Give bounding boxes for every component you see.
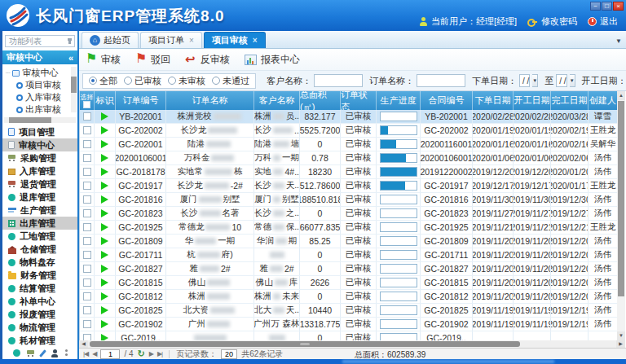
sidebar-menu-item[interactable]: 入库管理 <box>2 164 77 178</box>
radio-icon[interactable] <box>168 77 176 85</box>
customer-name-input[interactable] <box>314 74 363 87</box>
table-row[interactable]: GC-202001 陆港 陆港墙 0 已审核 20200116001 2020/… <box>80 138 617 151</box>
col-contract-no[interactable]: 合同编号 <box>421 91 473 110</box>
pin-icon[interactable] <box>68 38 71 44</box>
status-radio[interactable]: 未通过 <box>212 75 249 87</box>
sidebar-menu-item[interactable]: 退库管理 <box>2 191 77 204</box>
logout-button[interactable]: 退出 <box>588 15 618 28</box>
col-order-date[interactable]: 下单日期 <box>473 91 514 110</box>
sidebar-menu-item[interactable]: 审核中心 <box>2 138 77 151</box>
select-all-header[interactable]: 选择 <box>80 91 95 110</box>
next-page-button[interactable]: ▶ <box>149 350 153 357</box>
row-checkbox[interactable] <box>83 112 91 121</box>
tree-root[interactable]: ┄ 审核中心 <box>6 67 77 79</box>
row-checkbox[interactable] <box>83 278 91 287</box>
tab-overflow-icon[interactable]: ▼ <box>615 37 622 45</box>
sidebar-menu-item[interactable]: 退货管理 <box>2 178 77 191</box>
col-finish-date[interactable]: 完工日期 <box>551 91 589 110</box>
order-date-to-input[interactable]: / / <box>556 74 566 87</box>
dock-icon[interactable] <box>51 349 59 357</box>
dock-icon[interactable] <box>13 349 20 357</box>
calendar-dropdown-icon[interactable]: ▼ <box>532 74 538 87</box>
tree-item[interactable]: 项目审核 <box>6 79 77 91</box>
sidebar-menu-item[interactable]: 报废管理 <box>2 308 77 321</box>
tab-project-audit[interactable]: 项目审核 × <box>204 32 266 48</box>
radio-icon[interactable] <box>212 77 220 85</box>
vertical-scroll-thumb[interactable] <box>618 101 624 296</box>
table-row[interactable]: GC-201809 华一期 华润期 85.25 已审核 GC-201809 20… <box>80 235 617 248</box>
sidebar-menu-item[interactable]: 物料盘存 <box>2 256 77 269</box>
close-button[interactable]: × <box>613 2 624 11</box>
row-checkbox[interactable] <box>83 182 91 190</box>
table-row[interactable]: GC-201823 长沙名著 长沙之.. 0 已审核 GC-201823 201… <box>80 207 617 221</box>
status-radio[interactable]: 已审核 <box>124 75 161 87</box>
row-checkbox[interactable] <box>83 265 91 273</box>
dock-icon[interactable] <box>27 349 35 357</box>
sidebar-menu-item[interactable]: 出库管理 <box>2 217 77 230</box>
row-checkbox[interactable] <box>83 168 91 176</box>
last-page-button[interactable]: ▶| <box>157 350 162 357</box>
row-checkbox[interactable] <box>83 292 91 300</box>
row-checkbox[interactable] <box>83 334 91 340</box>
select-all-checkbox[interactable] <box>83 101 90 108</box>
row-checkbox[interactable] <box>83 154 91 162</box>
table-row[interactable]: GC-201711 杭府) 0 已审核 GC-201711 2019/11/20… <box>80 248 617 262</box>
order-name-input[interactable] <box>417 74 465 87</box>
tree-item[interactable]: 入库审核回退 <box>6 116 77 116</box>
scroll-down-icon[interactable]: ▼ <box>617 331 625 340</box>
function-search-input[interactable]: 功能列表 <box>5 35 75 47</box>
change-password-button[interactable]: 修改密码 <box>527 15 577 28</box>
status-radio[interactable]: 未审核 <box>168 75 205 87</box>
prev-page-button[interactable]: ◀ <box>92 350 96 357</box>
sidebar-menu-item[interactable]: 物流管理 <box>2 321 77 334</box>
sidebar-menu-item[interactable]: 财务管理 <box>2 269 77 282</box>
radio-icon[interactable] <box>124 77 132 85</box>
sidebar-menu-item[interactable]: 仓储管理 <box>2 243 77 256</box>
table-horizontal-scrollbar[interactable]: ◀ ▶ <box>79 340 625 348</box>
table-row[interactable]: GC-201825 北大资 北大天.. 10440 已审核 GC-201825 … <box>80 304 617 318</box>
page-number-input[interactable] <box>100 349 120 359</box>
radio-icon[interactable] <box>89 77 97 85</box>
table-row[interactable]: GC-2018178 实地常栋 实地4#.. 18230 已审核 2019122… <box>80 165 617 179</box>
table-row[interactable]: GC-201925 常德龙10 常德保.. 266077.835.. 已审核 G… <box>80 221 617 235</box>
toolbar-button[interactable]: 审核 <box>86 53 121 67</box>
sidebar-menu-item[interactable]: 生产管理 <box>2 204 77 217</box>
table-vertical-scrollbar[interactable]: ▲ ▼ <box>617 91 625 340</box>
table-row[interactable]: GC-201815 佛山 佛山库 2626 已审核 GC-201815 2019… <box>80 276 617 290</box>
maximize-button[interactable]: □ <box>602 2 612 11</box>
table-row[interactable]: GC-2019.. 0 已审核 GC-2019.. <box>80 331 617 340</box>
calendar-dropdown-icon[interactable]: ▼ <box>570 74 575 87</box>
table-row[interactable]: 20200106001 万科金 万科一期 0.78 已审核 2020010600… <box>80 151 617 165</box>
first-page-button[interactable]: |◀ <box>83 350 88 357</box>
row-checkbox[interactable] <box>83 126 91 134</box>
page-size-input[interactable] <box>221 349 237 359</box>
tab-project-orders[interactable]: 项目订单 × <box>140 32 202 48</box>
tree-item[interactable]: 入库审核 <box>6 91 77 103</box>
table-row[interactable]: GC-201816 厦门别墅 厦门别墅 188510.818 已审核 GC-20… <box>80 193 617 207</box>
row-checkbox[interactable] <box>83 306 91 314</box>
collapse-icon[interactable]: « <box>68 53 73 63</box>
toolbar-button[interactable]: 驳回 <box>135 53 170 67</box>
col-creator[interactable]: 创建人 <box>589 91 617 110</box>
scroll-left-icon[interactable]: ◀ <box>79 340 88 348</box>
dock-icon[interactable] <box>65 349 68 352</box>
col-customer[interactable]: 客户名称 <box>254 91 300 110</box>
tree-item[interactable]: 出库审核 <box>6 103 77 116</box>
table-row[interactable]: GC-201917 长沙龙-2# 长沙天.. 8512.78600.. 已审核 … <box>80 179 617 193</box>
sidebar-menu-item[interactable]: 工地管理 <box>2 230 77 243</box>
toolbar-button[interactable]: 报表中心 <box>245 53 300 67</box>
table-row[interactable]: GC-201812 株洲 株洲未来 0 已审核 GC-201812 2019/1… <box>80 290 617 304</box>
row-checkbox[interactable] <box>83 237 91 245</box>
table-row[interactable]: GC-202002 长沙龙 长沙.. 65525.7200.. 已审核 GC-2… <box>80 124 617 138</box>
tree-vertical-scrollbar[interactable] <box>71 67 77 112</box>
sidebar-menu-item[interactable]: 补单中心 <box>2 295 77 308</box>
row-checkbox[interactable] <box>83 251 91 259</box>
sidebar-menu-item[interactable]: 采购管理 <box>2 151 77 164</box>
col-status[interactable]: 订单状态 <box>341 91 377 110</box>
go-page-icon[interactable]: ↻ <box>138 349 145 359</box>
col-order-no[interactable]: 订单编号 <box>116 91 166 110</box>
close-tab-icon[interactable]: × <box>189 36 194 45</box>
table-row[interactable]: GC-201902 广州 广州万森林 13318.775 已审核 GC-2019… <box>80 318 617 331</box>
row-checkbox[interactable] <box>83 320 91 328</box>
table-row[interactable]: GC-201827 雅2# 雅2# 0 已审核 GC-201827 2019/1… <box>80 262 617 276</box>
